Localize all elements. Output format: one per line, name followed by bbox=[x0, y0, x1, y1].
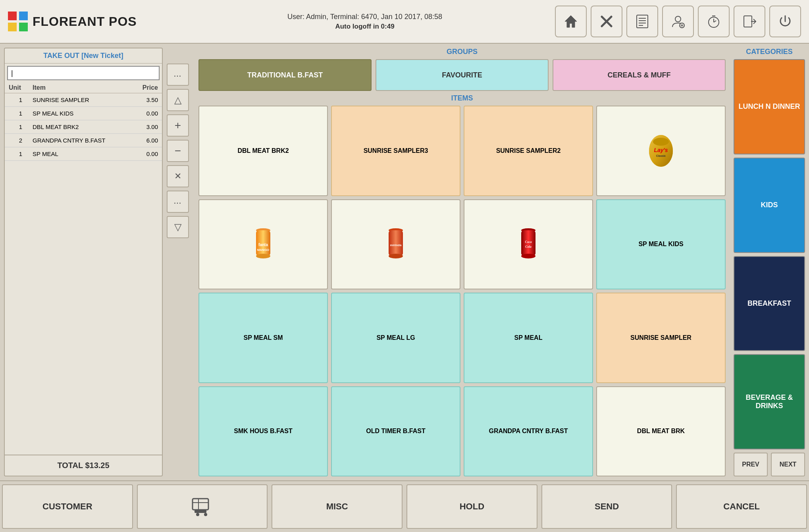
item-button[interactable]: SUNRISE SAMPLER bbox=[596, 293, 726, 383]
svg-text:Classic: Classic bbox=[656, 154, 666, 157]
item-button[interactable]: SUNRISE SAMPLER3 bbox=[331, 106, 460, 196]
svg-rect-1 bbox=[19, 12, 28, 20]
item-button[interactable]: DBL MEAT BRK bbox=[596, 386, 726, 477]
ticket-input[interactable] bbox=[7, 66, 160, 80]
cat-blue-button[interactable]: KIDS bbox=[734, 158, 805, 253]
left-panel: TAKE OUT [New Ticket] Unit Item Price 1S… bbox=[0, 44, 195, 480]
svg-rect-3 bbox=[19, 23, 28, 31]
item-button[interactable]: SP MEAL bbox=[464, 293, 593, 383]
auto-logoff: Auto logoff in 0:49 bbox=[175, 23, 555, 31]
up-button[interactable]: △ bbox=[167, 89, 189, 111]
cat-navy-button[interactable]: BREAKFAST bbox=[734, 256, 805, 351]
row-item: SP MEAL KIDS bbox=[33, 110, 126, 117]
item-button[interactable]: mirinda bbox=[331, 199, 460, 290]
ticket-title: TAKE OUT [New Ticket] bbox=[5, 48, 162, 64]
fanta-image: fanta MANGO bbox=[249, 226, 277, 262]
row-price: 6.00 bbox=[126, 137, 158, 144]
row-item: DBL MEAT BRK2 bbox=[33, 123, 126, 130]
item-button[interactable]: SMK HOUS B.FAST bbox=[198, 386, 328, 477]
logo-icon bbox=[8, 12, 28, 31]
svg-point-46 bbox=[204, 513, 207, 516]
group-button[interactable]: CEREALS & MUFF bbox=[553, 59, 726, 91]
coca-cola-image: Coca Cola bbox=[514, 226, 542, 262]
row-item: SUNRISE SAMPLER bbox=[33, 96, 126, 103]
add-button[interactable]: + bbox=[167, 114, 189, 137]
item-button[interactable]: SUNRISE SAMPLER2 bbox=[464, 106, 593, 196]
item-button[interactable]: OLD TIMER B.FAST bbox=[331, 386, 460, 477]
send-button[interactable]: SEND bbox=[541, 484, 672, 529]
svg-rect-6 bbox=[637, 15, 648, 28]
next-button[interactable]: NEXT bbox=[771, 453, 805, 476]
group-button[interactable]: TRADITIONAL B.FAST bbox=[198, 59, 372, 91]
more2-button[interactable]: ... bbox=[167, 191, 189, 213]
item-button[interactable]: SP MEAL KIDS bbox=[596, 199, 726, 290]
logo-text: FLOREANT POS bbox=[33, 14, 137, 29]
row-unit: 1 bbox=[9, 96, 33, 103]
center-panel: GROUPS TRADITIONAL B.FASTFAVOURITECEREAL… bbox=[195, 44, 730, 480]
more-button[interactable]: ... bbox=[167, 64, 189, 86]
row-item: SP MEAL bbox=[33, 150, 126, 157]
row-price: 3.50 bbox=[126, 96, 158, 103]
right-panel: CATEGORIES LUNCH N DINNERKIDSBREAKFASTBE… bbox=[730, 44, 809, 480]
svg-rect-2 bbox=[8, 23, 17, 31]
ticket-row[interactable]: 1SP MEAL KIDS0.00 bbox=[5, 107, 162, 120]
hold-button[interactable]: HOLD bbox=[406, 484, 537, 529]
misc-button[interactable]: MISC bbox=[272, 484, 403, 529]
ticket-row[interactable]: 2GRANDPA CNTRY B.FAST6.00 bbox=[5, 134, 162, 147]
svg-text:MANGO: MANGO bbox=[257, 248, 270, 252]
cat-orange-button[interactable]: LUNCH N DINNER bbox=[734, 59, 805, 154]
row-price: 3.00 bbox=[126, 123, 158, 130]
cancel-button[interactable]: CANCEL bbox=[676, 484, 807, 529]
item-button[interactable]: Lay's Classic bbox=[596, 106, 726, 196]
row-unit: 1 bbox=[9, 123, 33, 130]
down-button[interactable]: ▽ bbox=[167, 216, 189, 238]
item-button[interactable]: DBL MEAT BRK2 bbox=[198, 106, 328, 196]
col-item: Item bbox=[33, 84, 126, 91]
exit-button[interactable] bbox=[734, 6, 765, 37]
svg-text:Cola: Cola bbox=[525, 245, 532, 249]
svg-point-27 bbox=[256, 254, 270, 258]
main-content: TAKE OUT [New Ticket] Unit Item Price 1S… bbox=[0, 44, 809, 480]
footer: CUSTOMER MISCHOLDSENDCANCEL bbox=[0, 480, 809, 532]
timer-button[interactable] bbox=[698, 6, 730, 37]
customer-button[interactable]: CUSTOMER bbox=[2, 484, 133, 529]
delete-button[interactable]: ✕ bbox=[167, 165, 189, 187]
cat-green-button[interactable]: BEVERAGE & DRINKS bbox=[734, 354, 805, 449]
col-price: Price bbox=[126, 84, 158, 91]
item-button[interactable]: GRANDPA CNTRY B.FAST bbox=[464, 386, 593, 477]
cart-icon bbox=[191, 497, 214, 517]
logo-area: FLOREANT POS bbox=[8, 12, 175, 31]
row-unit: 1 bbox=[9, 150, 33, 157]
tools-button[interactable] bbox=[591, 6, 622, 37]
group-button[interactable]: FAVOURITE bbox=[376, 59, 549, 91]
ticket-row[interactable]: 1DBL MEAT BRK23.00 bbox=[5, 120, 162, 134]
svg-point-33 bbox=[389, 254, 403, 258]
minus-button[interactable]: − bbox=[167, 140, 189, 162]
ticket-rows: 1SUNRISE SAMPLER3.501SP MEAL KIDS0.001DB… bbox=[5, 93, 162, 455]
groups-label: GROUPS bbox=[198, 48, 726, 56]
item-button[interactable]: SP MEAL LG bbox=[331, 293, 460, 383]
item-button[interactable]: fanta MANGO bbox=[198, 199, 328, 290]
item-button[interactable]: Coca Cola bbox=[464, 199, 593, 290]
cat-nav-row: PREV NEXT bbox=[734, 453, 805, 476]
prev-button[interactable]: PREV bbox=[734, 453, 768, 476]
item-button[interactable]: SP MEAL SM bbox=[198, 293, 328, 383]
svg-rect-0 bbox=[8, 12, 17, 20]
categories-label: CATEGORIES bbox=[734, 48, 805, 56]
svg-text:Lay's: Lay's bbox=[654, 147, 668, 153]
svg-text:Coca: Coca bbox=[525, 240, 532, 244]
svg-text:fanta: fanta bbox=[258, 243, 268, 247]
home-button[interactable] bbox=[555, 6, 587, 37]
svg-point-38 bbox=[521, 254, 535, 258]
mirinda-image: mirinda bbox=[382, 226, 410, 262]
svg-rect-41 bbox=[193, 499, 208, 510]
user-settings-button[interactable] bbox=[662, 6, 694, 37]
power-button[interactable] bbox=[769, 6, 801, 37]
ticket-row[interactable]: 1SP MEAL0.00 bbox=[5, 147, 162, 161]
reports-button[interactable] bbox=[626, 6, 658, 37]
svg-point-21 bbox=[653, 138, 669, 146]
header-buttons bbox=[555, 6, 801, 37]
ticket-row[interactable]: 1SUNRISE SAMPLER3.50 bbox=[5, 93, 162, 107]
cart-button[interactable] bbox=[137, 484, 268, 529]
header-center: User: Admin, Terminal: 6470, Jan 10 2017… bbox=[175, 13, 555, 31]
